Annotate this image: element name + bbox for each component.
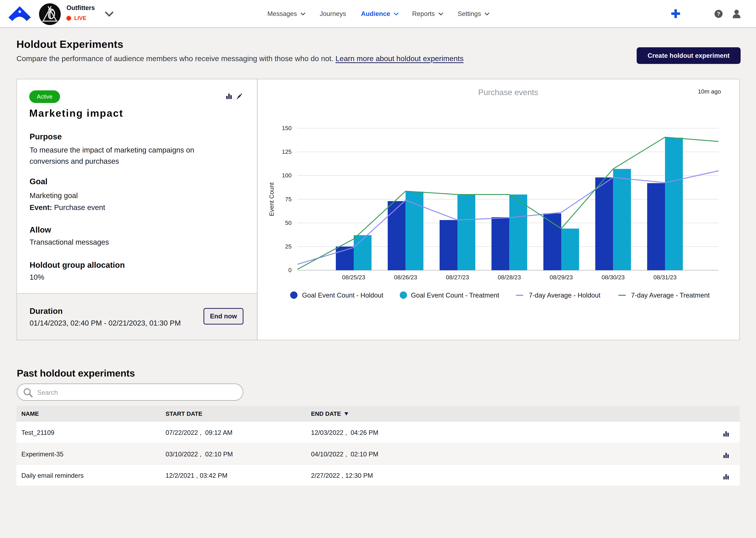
svg-text:?: ? <box>717 11 720 17</box>
